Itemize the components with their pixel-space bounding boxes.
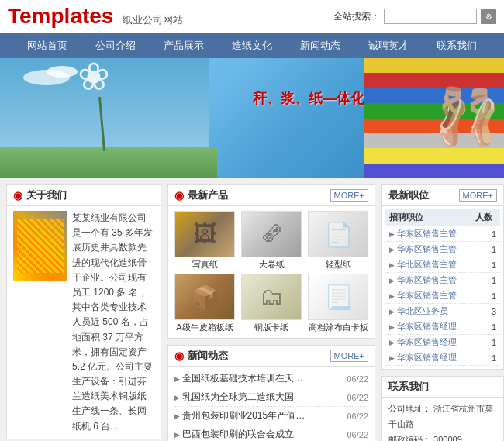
news-header: ◉ 新闻动态 MORE+ [168, 346, 375, 367]
job-name[interactable]: 华东区销售主管 [385, 242, 471, 257]
left-column: ◉ 关于我们 某某纸业有限公司是一个有 35 多年发展历史并具数款先进的现代化造… [6, 184, 161, 441]
logo-area: Templates 纸业公司网站 [8, 4, 183, 29]
product-image-light: 📄 [308, 211, 368, 257]
news-item-title[interactable]: 巴西包装印刷的联合会成立 [174, 428, 306, 441]
banner-grass [0, 147, 217, 178]
about-text: 某某纸业有限公司是一个有 35 多年发展历史并具数款先进的现代化造纸骨干企业。公… [72, 211, 154, 434]
job-name[interactable]: 华北区业务员 [385, 304, 471, 319]
logo-templates: Templates [8, 4, 113, 28]
search-area: 全站搜索： ⚙ [333, 9, 496, 24]
jobs-table-wrap: 招聘职位 人数 华东区销售主管 1 华东区销售主管 1 [382, 206, 503, 369]
news-more[interactable]: MORE+ [330, 350, 368, 362]
table-row: 华东区销售主管 1 [385, 226, 500, 242]
jobs-col-count: 人数 [471, 209, 500, 226]
news-item-date: 06/22 [347, 430, 368, 439]
news-item-title[interactable]: 乳国纸为全球第二造纸大国 [174, 391, 306, 404]
product-grid: 🖼 写真纸 🗞 大卷纸 📄 轻型纸 [168, 206, 375, 338]
product-item-cardboard[interactable]: 📦 A级牛皮箱板纸 [173, 274, 236, 333]
job-name[interactable]: 华东区销售主管 [385, 226, 471, 242]
nav-jobs[interactable]: 诚聘英才 [354, 33, 423, 58]
product-item-photo[interactable]: 🖼 写真纸 [173, 211, 236, 270]
table-row: 华北区销售主管 1 [385, 257, 500, 273]
nav-contact[interactable]: 联系我们 [423, 33, 491, 58]
main-nav: 网站首页 公司介绍 产品展示 造纸文化 新闻动态 诚聘英才 联系我们 [0, 33, 504, 58]
contact-postcode-label: 邮政编码： [388, 435, 431, 441]
search-input[interactable] [384, 9, 477, 24]
products-header: ◉ 最新产品 MORE+ [168, 185, 375, 206]
news-title: ◉ 新闻动态 [174, 349, 228, 363]
product-item-coated[interactable]: 🗂 铜版卡纸 [240, 274, 303, 333]
jobs-col-name: 招聘职位 [385, 209, 471, 226]
search-button[interactable]: ⚙ [481, 9, 496, 24]
jobs-section: 最新职位 MORE+ 招聘职位 人数 华东区销售主管 1 [381, 184, 504, 370]
contact-section: 联系我们 公司地址： 浙江省杭州市莫干山路 邮政编码： 300009 销售热线：… [381, 376, 504, 441]
product-image-white: 📃 [308, 274, 368, 320]
product-image-roll: 🗞 [241, 211, 302, 257]
news-item-title[interactable]: 贵州包装印刷业2015年产值超百亿 [174, 409, 306, 422]
product-label: 写真纸 [173, 259, 236, 270]
right-column: 最新职位 MORE+ 招聘职位 人数 华东区销售主管 1 [381, 184, 504, 441]
job-count: 3 [471, 304, 500, 319]
contact-address-row: 公司地址： 浙江省杭州市莫干山路 [388, 401, 497, 432]
banner: ❀ 秆、浆、纸—体化 🩰 [0, 58, 504, 178]
job-count: 1 [471, 226, 500, 242]
about-inner: 某某纸业有限公司是一个有 35 多年发展历史并具数款先进的现代化造纸骨干企业。公… [13, 211, 154, 434]
job-count: 1 [471, 273, 500, 288]
product-label: A级牛皮箱板纸 [173, 322, 236, 333]
banner-dancer: 🩰 [436, 62, 498, 171]
job-count: 1 [471, 288, 500, 304]
nav-products[interactable]: 产品展示 [150, 33, 218, 58]
job-name[interactable]: 华东区销售经理 [385, 350, 471, 366]
about-content: 某某纸业有限公司是一个有 35 多年发展历史并具数款先进的现代化造纸骨干企业。公… [7, 206, 161, 439]
products-icon: ◉ [174, 189, 184, 202]
product-item-light[interactable]: 📄 轻型纸 [306, 211, 370, 270]
news-list: 全国纸板基础技术培训在天津大兴开 06/22 乳国纸为全球第二造纸大国 06/2… [168, 367, 375, 441]
products-more[interactable]: MORE+ [330, 189, 368, 202]
product-image-photo: 🖼 [174, 211, 235, 257]
about-title: ◉ 关于我们 [13, 188, 67, 202]
nav-culture[interactable]: 造纸文化 [218, 33, 286, 58]
list-item: 巴西包装印刷的联合会成立 06/22 [174, 425, 368, 441]
product-label: 轻型纸 [306, 259, 370, 270]
products-title: ◉ 最新产品 [174, 188, 228, 202]
table-row: 华东区销售经理 1 [385, 335, 500, 350]
jobs-more[interactable]: MORE+ [459, 189, 497, 202]
list-item: 贵州包装印刷业2015年产值超百亿 06/22 [174, 407, 368, 425]
news-item-title[interactable]: 全国纸板基础技术培训在天津大兴开 [174, 372, 306, 385]
about-header: ◉ 关于我们 [7, 185, 161, 206]
job-name[interactable]: 华东区销售主管 [385, 288, 471, 304]
job-name[interactable]: 华东区销售主管 [385, 273, 471, 288]
contact-postcode-value: 300009 [433, 435, 462, 441]
product-item-white[interactable]: 📃 高档涂布白卡板 [306, 274, 370, 333]
nav-home[interactable]: 网站首页 [13, 33, 81, 58]
job-name[interactable]: 华东区销售经理 [385, 319, 471, 335]
contact-header: 联系我们 [382, 377, 503, 398]
product-item-roll[interactable]: 🗞 大卷纸 [240, 211, 303, 270]
nav-news[interactable]: 新闻动态 [286, 33, 354, 58]
job-name[interactable]: 华北区销售主管 [385, 257, 471, 273]
products-section: ◉ 最新产品 MORE+ 🖼 写真纸 🗞 大卷纸 [167, 184, 375, 339]
contact-postcode-row: 邮政编码： 300009 [388, 432, 497, 441]
news-section: ◉ 新闻动态 MORE+ 全国纸板基础技术培训在天津大兴开 06/22 乳国纸为… [167, 345, 375, 441]
job-count: 1 [471, 350, 500, 366]
job-name[interactable]: 华东区销售经理 [385, 335, 471, 350]
product-image-coated: 🗂 [241, 274, 302, 320]
table-row: 华东区销售主管 1 [385, 288, 500, 304]
about-icon: ◉ [13, 189, 22, 202]
news-item-date: 06/22 [347, 374, 368, 384]
table-row: 华东区销售主管 1 [385, 273, 500, 288]
nav-about[interactable]: 公司介绍 [81, 33, 150, 58]
list-item: 乳国纸为全球第二造纸大国 06/22 [174, 388, 368, 407]
news-item-date: 06/22 [347, 393, 368, 402]
cloud2 [47, 66, 78, 78]
news-icon: ◉ [174, 350, 184, 362]
table-row: 华东区销售主管 1 [385, 242, 500, 257]
jobs-header: 最新职位 MORE+ [382, 185, 503, 206]
table-row: 华东区销售经理 1 [385, 319, 500, 335]
logo-subtitle: 纸业公司网站 [123, 14, 183, 26]
product-label: 高档涂布白卡板 [306, 322, 370, 333]
contact-address-label: 公司地址： [388, 404, 431, 413]
header: Templates 纸业公司网站 全站搜索： ⚙ [0, 0, 504, 33]
about-section: ◉ 关于我们 某某纸业有限公司是一个有 35 多年发展历史并具数款先进的现代化造… [6, 184, 161, 439]
list-item: 全国纸板基础技术培训在天津大兴开 06/22 [174, 370, 368, 388]
